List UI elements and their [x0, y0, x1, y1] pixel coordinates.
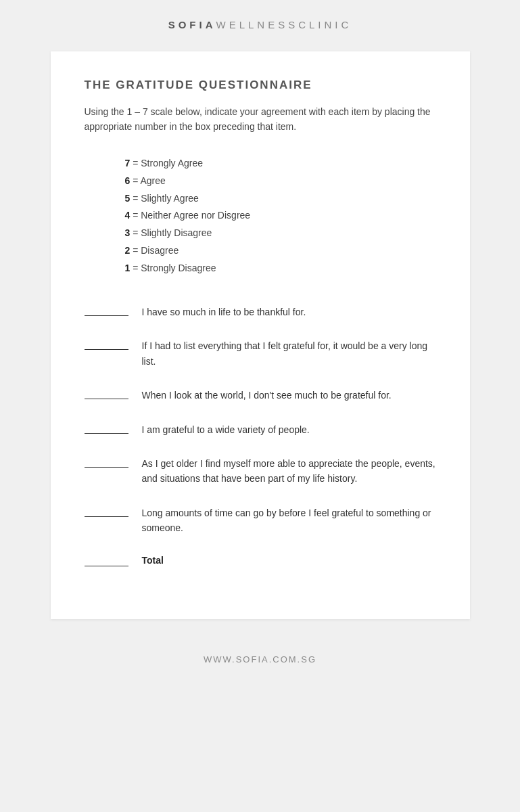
footer-url: WWW.SOFIA.COM.SG [204, 654, 316, 664]
instructions: Using the 1 – 7 scale below, indicate yo… [85, 104, 436, 135]
answer-line[interactable] [85, 399, 128, 399]
total-row: Total [85, 555, 436, 566]
scale-item: 1 = Strongly Disagree [125, 260, 436, 277]
answer-line[interactable] [85, 467, 128, 468]
questionnaire-title: THE GRATITUDE QUESTIONNAIRE [85, 78, 436, 92]
scale-number: 4 [125, 210, 131, 221]
scale-number: 6 [125, 175, 131, 186]
header: SOFIAWELLNESSCLINIC [0, 0, 520, 45]
scale-number: 3 [125, 227, 131, 238]
scale-item: 3 = Slightly Disagree [125, 225, 436, 242]
question-row: I am grateful to a wide variety of peopl… [85, 422, 436, 437]
scale-container: 7 = Strongly Agree6 = Agree5 = Slightly … [125, 155, 436, 277]
scale-number: 1 [125, 263, 131, 273]
scale-label: = Strongly Disagree [133, 263, 216, 273]
scale-item: 5 = Slightly Agree [125, 190, 436, 208]
scale-label: = Strongly Agree [133, 158, 203, 168]
scale-item: 2 = Disagree [125, 242, 436, 260]
total-label: Total [142, 555, 164, 566]
scale-item: 6 = Agree [125, 173, 436, 190]
scale-number: 2 [125, 245, 131, 256]
scale-label: = Slightly Disagree [133, 227, 212, 238]
scale-item: 4 = Neither Agree nor Disgree [125, 207, 436, 225]
scale-number: 7 [125, 158, 131, 168]
answer-line[interactable] [85, 433, 128, 434]
brand-bold: SOFIA [168, 19, 216, 30]
page-container: SOFIAWELLNESSCLINIC THE GRATITUDE QUESTI… [0, 0, 520, 812]
question-row: If I had to list everything that I felt … [85, 338, 436, 369]
scale-label: = Neither Agree nor Disgree [133, 210, 250, 221]
total-answer-line[interactable] [85, 566, 128, 566]
answer-line[interactable] [85, 516, 128, 517]
question-text: I have so much in life to be thankful fo… [142, 304, 436, 319]
question-row: I have so much in life to be thankful fo… [85, 304, 436, 319]
brand-name: SOFIAWELLNESSCLINIC [168, 19, 352, 30]
question-text: As I get older I find myself more able t… [142, 456, 436, 487]
question-text: Long amounts of time can go by before I … [142, 505, 436, 536]
question-text: When I look at the world, I don't see mu… [142, 388, 436, 403]
scale-label: = Disagree [133, 245, 179, 256]
question-text: If I had to list everything that I felt … [142, 338, 436, 369]
brand-rest: WELLNESSCLINIC [216, 19, 352, 30]
scale-label: = Agree [133, 175, 166, 186]
question-row: Long amounts of time can go by before I … [85, 505, 436, 536]
scale-label: = Slightly Agree [133, 193, 199, 204]
scale-item: 7 = Strongly Agree [125, 155, 436, 173]
question-row: As I get older I find myself more able t… [85, 456, 436, 487]
question-text: I am grateful to a wide variety of peopl… [142, 422, 436, 437]
content-card: THE GRATITUDE QUESTIONNAIRE Using the 1 … [51, 51, 470, 619]
questions-section: I have so much in life to be thankful fo… [85, 304, 436, 566]
answer-line[interactable] [85, 349, 128, 350]
footer: WWW.SOFIA.COM.SG [0, 633, 520, 679]
answer-line[interactable] [85, 315, 128, 316]
question-row: When I look at the world, I don't see mu… [85, 388, 436, 403]
scale-number: 5 [125, 193, 131, 204]
